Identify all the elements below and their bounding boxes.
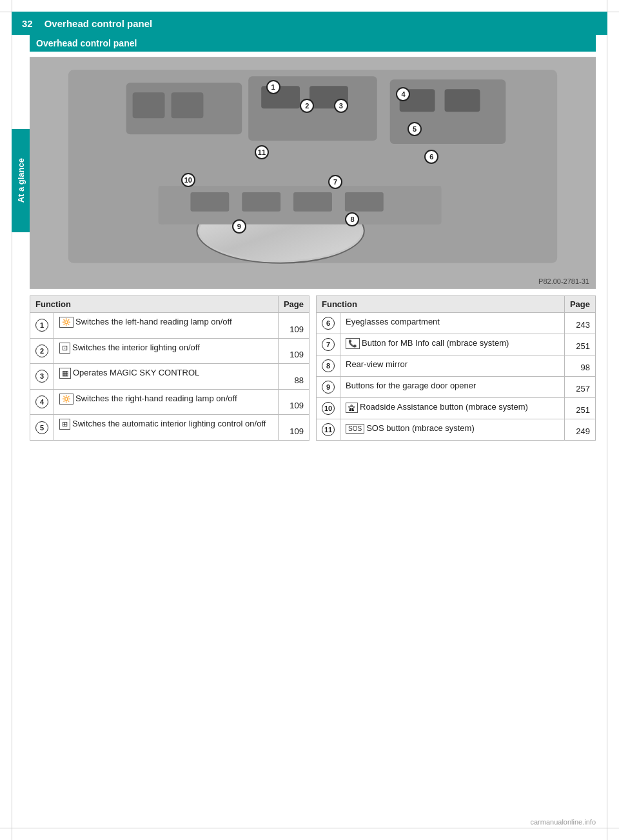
right-table-row: 7 📞Button for MB Info call (mbrace syste… — [317, 334, 596, 355]
row-number: 3 — [30, 364, 54, 390]
row-description: Eyeglasses compartment — [340, 313, 565, 334]
row-number: 5 — [30, 415, 54, 441]
sos-icon: SOS — [346, 424, 364, 434]
left-table: Function Page 1 🔆Switches the left-hand … — [30, 295, 310, 441]
row-description: 🛣Roadside Assistance button (mbrace syst… — [340, 398, 565, 419]
image-reference: P82.00-2781-31 — [538, 277, 589, 285]
callout-number-11: 11 — [322, 423, 335, 436]
row-description: ⊞Switches the automatic interior lightin… — [54, 415, 279, 441]
callout-number-3: 3 — [35, 370, 48, 383]
left-table-row: 2 ⊡Switches the interior lighting on/off… — [30, 338, 310, 364]
callout-number-5: 5 — [35, 421, 48, 434]
callout-number-2: 2 — [35, 345, 48, 357]
row-description: Rear-view mirror — [340, 355, 565, 377]
callout-number-4: 4 — [35, 395, 48, 408]
callout-number-8: 8 — [322, 359, 335, 372]
row-page: 109 — [278, 338, 309, 364]
left-table-page-header: Page — [278, 296, 309, 313]
row-description: Buttons for the garage door opener — [340, 377, 565, 398]
row-page: 251 — [564, 398, 595, 419]
right-table-row: 10 🛣Roadside Assistance button (mbrace s… — [317, 398, 596, 419]
callout-11: 11 — [255, 145, 269, 159]
row-page: 243 — [564, 313, 595, 334]
row-page: 257 — [564, 377, 595, 398]
callout-5: 5 — [408, 122, 422, 136]
auto-interior-icon: ⊞ — [59, 419, 70, 430]
row-number: 8 — [317, 355, 340, 377]
reading-lamp-right-icon: 🔆 — [59, 394, 74, 405]
row-number: 10 — [317, 398, 340, 419]
row-description: 📞Button for MB Info call (mbrace system) — [340, 334, 565, 355]
left-table-row: 5 ⊞Switches the automatic interior light… — [30, 415, 310, 441]
callout-8: 8 — [345, 212, 359, 226]
row-page: 249 — [564, 419, 595, 441]
callout-4: 4 — [396, 87, 410, 101]
callout-number-7: 7 — [322, 338, 335, 351]
callout-number-1: 1 — [35, 319, 48, 332]
row-description: ▦Operates MAGIC SKY CONTROL — [54, 364, 279, 390]
callout-10: 10 — [181, 173, 195, 187]
header-bar: 32 Overhead control panel — [12, 12, 607, 35]
right-table-row: 8 Rear-view mirror 98 — [317, 355, 596, 377]
callout-number-10: 10 — [322, 402, 335, 415]
row-number: 1 — [30, 313, 54, 339]
footer-watermark: carmanualonline.info — [530, 818, 596, 826]
callout-6: 6 — [424, 150, 438, 164]
row-number: 7 — [317, 334, 340, 355]
overhead-panel-image: 1234567891011 P82.00-2781-31 — [30, 57, 596, 289]
left-table-row: 3 ▦Operates MAGIC SKY CONTROL 88 — [30, 364, 310, 390]
right-table-function-header: Function — [317, 296, 565, 313]
callout-1: 1 — [266, 80, 280, 94]
section-title: Overhead control panel — [30, 35, 596, 52]
page-border-left — [12, 0, 12, 840]
tables-row: Function Page 1 🔆Switches the left-hand … — [30, 295, 596, 441]
callout-7: 7 — [328, 175, 342, 189]
page-number: 32 — [22, 18, 33, 29]
left-table-function-header: Function — [30, 296, 279, 313]
row-number: 4 — [30, 389, 54, 415]
row-description: ⊡Switches the interior lighting on/off — [54, 338, 279, 364]
right-table-row: 11 SOSSOS button (mbrace system) 249 — [317, 419, 596, 441]
sidebar-label: At a glance — [16, 158, 26, 203]
roadside-icon: 🛣 — [346, 403, 358, 413]
left-table-row: 1 🔆Switches the left-hand reading lamp o… — [30, 313, 310, 339]
right-table-row: 9 Buttons for the garage door opener 257 — [317, 377, 596, 398]
row-number: 2 — [30, 338, 54, 364]
left-table-row: 4 🔆Switches the right-hand reading lamp … — [30, 389, 310, 415]
callouts-container: 1234567891011 — [30, 57, 596, 289]
page-border-right — [607, 0, 607, 840]
interior-lighting-icon: ⊡ — [59, 343, 70, 354]
row-number: 6 — [317, 313, 340, 334]
row-number: 11 — [317, 419, 340, 441]
callout-9: 9 — [232, 219, 246, 234]
row-page: 109 — [278, 313, 309, 339]
row-page: 88 — [278, 364, 309, 390]
row-description: 🔆Switches the left-hand reading lamp on/… — [54, 313, 279, 339]
row-page: 109 — [278, 389, 309, 415]
right-table-row: 6 Eyeglasses compartment 243 — [317, 313, 596, 334]
callout-number-9: 9 — [322, 381, 335, 394]
magic-sky-icon: ▦ — [59, 368, 71, 379]
reading-lamp-left-icon: 🔆 — [59, 317, 74, 328]
header-title: Overhead control panel — [44, 18, 153, 29]
mb-info-icon: 📞 — [346, 338, 360, 349]
row-page: 98 — [564, 355, 595, 377]
callout-2: 2 — [300, 99, 314, 113]
page-border-bottom — [0, 828, 619, 828]
row-description: 🔆Switches the right-hand reading lamp on… — [54, 389, 279, 415]
row-page: 109 — [278, 415, 309, 441]
sidebar-tab: At a glance — [12, 129, 30, 232]
main-content: Overhead control panel — [30, 35, 596, 441]
row-description: SOSSOS button (mbrace system) — [340, 419, 565, 441]
row-page: 251 — [564, 334, 595, 355]
right-table-page-header: Page — [564, 296, 595, 313]
callout-number-6: 6 — [322, 317, 335, 330]
row-number: 9 — [317, 377, 340, 398]
callout-3: 3 — [334, 99, 348, 113]
right-table: Function Page 6 Eyeglasses compartment 2… — [316, 295, 596, 441]
